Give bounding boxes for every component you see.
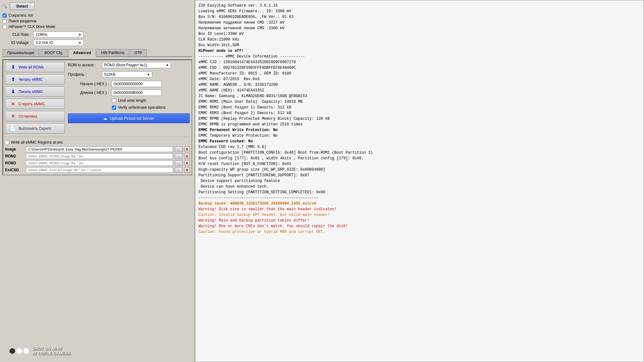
erase-icon: ✕ bbox=[10, 101, 16, 107]
rom-access-dropdown[interactable]: ROM2 (Boot Раздел №1) ▼ bbox=[102, 62, 171, 68]
write-all-regions-label: Write all еMMC Regions at onc bbox=[11, 140, 63, 145]
extcsd-label: ExtCSD bbox=[5, 168, 24, 172]
log-line: EMMC ROM3 (Boot Раздел 2) Емкость: 512 k… bbox=[198, 110, 641, 116]
log-line: ----------------------------------------… bbox=[198, 195, 641, 201]
rom2-clear-button[interactable]: X bbox=[184, 153, 190, 159]
tab-advanced[interactable]: Advanced bbox=[68, 49, 96, 57]
tab-boot-cfg[interactable]: BOOT Cfg. bbox=[40, 49, 68, 56]
script-icon: 📄 bbox=[10, 125, 16, 131]
extcsd-input[interactable] bbox=[26, 167, 173, 173]
verify-write-checkbox[interactable] bbox=[112, 106, 116, 110]
io-voltage-label: IO Voltage : bbox=[3, 41, 31, 45]
log-line: Box IO Level:3300 mV bbox=[198, 31, 641, 37]
rom2-input[interactable] bbox=[26, 153, 173, 159]
log-line: Напряжение активной линии CMD :3300 mV bbox=[198, 25, 641, 31]
log-line: EMMC RPMB (Replay Protected Memory Block… bbox=[198, 116, 641, 122]
log-line: EMMC ROM1 (Main User Data) Capacity: 149… bbox=[198, 99, 641, 105]
io-voltage-dropdown[interactable]: 3.3 Volt IO ▼ bbox=[33, 40, 84, 46]
hipower-label: HiPower™ CLK Drive Mode bbox=[8, 25, 55, 29]
length-hex-label: Длинна ( HEX ) : bbox=[68, 90, 109, 95]
stop-icon: ✕ bbox=[10, 113, 16, 119]
read-icon: ⬆ bbox=[10, 76, 16, 82]
log-line: Partitioning Setting [PARTITION_SETTING_… bbox=[198, 189, 641, 195]
save-log-checkbox[interactable] bbox=[3, 14, 7, 18]
log-line: EMMC Temporary Write Protection: No bbox=[198, 133, 641, 139]
rom-access-label: ROM to access : bbox=[68, 63, 99, 67]
log-line: Warning! Disk size is smaller than the m… bbox=[198, 206, 641, 212]
clk-rate-dropdown[interactable]: 21MHz ▼ bbox=[33, 31, 84, 38]
image-clear-button[interactable]: X bbox=[184, 146, 190, 152]
log-line: Device can have enhanced tech. bbox=[198, 184, 641, 189]
log-line: HiPower mode is off! bbox=[198, 48, 641, 54]
save-log-label: Сократить лог bbox=[8, 13, 33, 18]
rom2-browse-button[interactable]: ... bbox=[175, 153, 182, 159]
log-line: eMMC Date: 07/2015 Rev.0x6 bbox=[198, 76, 641, 82]
length-hex-input[interactable] bbox=[111, 90, 162, 96]
erase-emmc-button[interactable]: ✕ Стереть еMMC bbox=[5, 99, 65, 109]
rom3-browse-button[interactable]: ... bbox=[175, 160, 182, 166]
profile-label: Профиль : bbox=[68, 72, 99, 77]
log-panel: Z3X EasyJtag Software ver. 3.6.1.15Loadi… bbox=[195, 0, 644, 362]
watermark-line2: AI TRIPLE CAMERA bbox=[32, 351, 71, 356]
log-line: CLK Rate:21000 kHz bbox=[198, 37, 641, 42]
verify-write-label: Verify write/erase operations bbox=[118, 105, 165, 110]
image-browse-button[interactable]: ... bbox=[175, 146, 182, 152]
image-label: Image bbox=[5, 147, 24, 151]
log-line: EMMC Password Locked: No bbox=[198, 139, 641, 144]
log-line: Warning! Main and backup partition table… bbox=[198, 218, 641, 223]
detect-button[interactable]: Detect bbox=[10, 3, 35, 10]
tab-flasher[interactable]: Прошивальщик bbox=[3, 49, 39, 56]
log-line: Loading eMMC GEN1 Firmware... IO: 3300 m… bbox=[198, 8, 641, 14]
tab-hw-partitions[interactable]: HW Partitions bbox=[97, 49, 129, 56]
log-line: eMMC CSD : D02701320F5903FFF6DBFFEF8E404… bbox=[198, 65, 641, 71]
log-line: Boot bus config [177]: 0x01 , width 4bit… bbox=[198, 156, 641, 161]
write-icon: ⬇ bbox=[10, 64, 16, 70]
log-line: Box S/N: 0100901D8EADE056, ,FW Ver.: 01.… bbox=[198, 14, 641, 20]
upload-pinout-button[interactable]: ☁ Upload Pinout on Server bbox=[68, 113, 190, 123]
rom3-label: ROM3 bbox=[5, 161, 24, 165]
stop-button[interactable]: ✕ Остановка bbox=[5, 111, 65, 121]
write2-icon: ⬇ bbox=[10, 89, 16, 95]
log-line: Device support partitioning feature bbox=[198, 178, 641, 184]
write-emmc-button[interactable]: ⬇ Писать еMMC bbox=[5, 86, 65, 97]
profile-dropdown[interactable]: 512KB ▼ bbox=[102, 71, 152, 78]
log-line: eMMC NAME (HEX): 41474E443352 bbox=[198, 88, 641, 93]
read-emmc-button[interactable]: ⬆ Читать еMMC bbox=[5, 74, 65, 85]
log-line: EMMC RPMB is programmed and written 2519… bbox=[198, 122, 641, 127]
start-hex-input[interactable] bbox=[111, 81, 162, 87]
log-line: Caution: invalid backup GPT header, but … bbox=[198, 212, 641, 218]
hipower-checkbox[interactable] bbox=[3, 25, 7, 29]
rom3-clear-button[interactable]: X bbox=[184, 160, 190, 166]
log-line: Caution: Found protective or hybrid MBR … bbox=[198, 229, 641, 235]
start-hex-label: Начало ( HEX ) : bbox=[68, 82, 109, 86]
log-line: eMMC Manufacturer ID: 0015 , OEM ID: 010… bbox=[198, 71, 641, 76]
rom2-label: ROM2 bbox=[5, 154, 24, 158]
search-partitions-checkbox[interactable] bbox=[3, 19, 7, 23]
write-all-roms-button[interactable]: ⬇ Write all ROMs bbox=[5, 62, 65, 72]
log-line: Extended CSD rev 1.7 (MMC 5.0) bbox=[198, 144, 641, 150]
write-all-regions-checkbox[interactable] bbox=[5, 140, 9, 145]
extcsd-clear-button[interactable]: X bbox=[184, 167, 190, 173]
run-script-button[interactable]: 📄 Выполнить Скрипт bbox=[5, 123, 65, 134]
image-input[interactable] bbox=[26, 146, 173, 152]
log-line: eMMC NAME: AGND3R , S/N: 3336173200 bbox=[198, 82, 641, 88]
log-line: Bus Width:1bit,SDR bbox=[198, 42, 641, 48]
limit-write-checkbox[interactable] bbox=[112, 99, 116, 103]
search-partitions-label: Поиск разделов bbox=[8, 19, 36, 23]
tab-otp[interactable]: OTP bbox=[130, 49, 147, 56]
extcsd-browse-button[interactable]: ... bbox=[175, 167, 182, 173]
log-line: Partitioning Support [PARTITIONING_SUPPO… bbox=[198, 173, 641, 178]
log-line: H/W reset function [RST_N_FUNCTION]: 0x0… bbox=[198, 161, 641, 167]
log-line: Напряжение поддяжки линии CMD :3227 mV bbox=[198, 20, 641, 25]
log-line: Warning! One or more CRCs don't match. Y… bbox=[198, 223, 641, 229]
watermark: SHOT ON MI 9T AI TRIPLE CAMERA bbox=[9, 346, 71, 356]
log-line: Backup saved: AGND3R_3336173200_20200904… bbox=[198, 201, 641, 206]
log-line: Z3X EasyJtag Software ver. 3.6.1.15 bbox=[198, 3, 641, 8]
log-line: Boot configuration [PARTITION_CONFIG: 0x… bbox=[198, 150, 641, 156]
log-line: High-capacity WP group size [HC_WP_GRP_S… bbox=[198, 167, 641, 173]
rom3-input[interactable] bbox=[26, 160, 173, 166]
log-line: eMMC CID : 15010041474E44335206C6D9F6907… bbox=[198, 59, 641, 65]
log-line: EMMC Permanent Write Protection: No bbox=[198, 127, 641, 133]
limit-write-label: Limit write length bbox=[118, 98, 146, 103]
log-line: EMMC ROM2 (Boot Раздел 1) Емкость: 512 k… bbox=[198, 105, 641, 110]
